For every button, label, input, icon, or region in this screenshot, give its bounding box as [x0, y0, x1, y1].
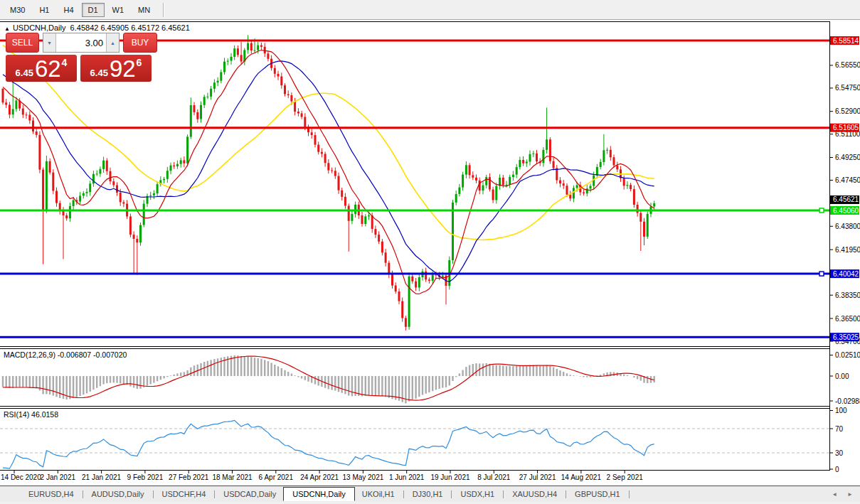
svg-text:8 Jul 2021: 8 Jul 2021: [477, 473, 511, 481]
volume-increase-button[interactable]: ▲: [106, 33, 119, 52]
tab-separator: [629, 490, 630, 498]
timeframe-mn-button[interactable]: MN: [132, 3, 156, 17]
tab-separator: [451, 490, 452, 498]
svg-text:1 Jun 2021: 1 Jun 2021: [389, 473, 425, 481]
buy-button[interactable]: BUY: [123, 33, 157, 53]
svg-text:27 Feb 2021: 27 Feb 2021: [169, 473, 209, 481]
tab-eurusd-h4[interactable]: EURUSD,H4: [21, 487, 81, 501]
triangle-marker-icon: ▲: [4, 26, 10, 32]
timeframe-h4-button[interactable]: H4: [57, 3, 80, 17]
svg-text:30: 30: [835, 449, 844, 457]
tab-separator: [83, 490, 83, 498]
svg-text:24 Apr 2021: 24 Apr 2021: [300, 473, 339, 481]
tab-dj30-h1[interactable]: DJ30,H1: [405, 487, 450, 501]
svg-text:13 May 2021: 13 May 2021: [342, 473, 383, 481]
tab-xauusd-h4[interactable]: XAUUSD,H4: [505, 487, 564, 501]
chart-tab-bar: EURUSD,H4 AUDUSD,Daily USDCHF,H4 USDCAD,…: [0, 486, 860, 502]
svg-text:6.45060: 6.45060: [833, 207, 859, 215]
arrow-down-icon: ▼: [47, 41, 52, 45]
timeframe-m30-button[interactable]: M30: [4, 3, 31, 17]
svg-text:0: 0: [835, 466, 839, 473]
sell-price-prefix: 6.45: [16, 68, 33, 78]
sell-price-digits: 62: [35, 57, 61, 81]
chart-title: ▲USDCNH,Daily 6.45842 6.45905 6.45172 6.…: [4, 23, 190, 32]
tab-usdchf-h4[interactable]: USDCHF,H4: [155, 487, 213, 501]
svg-text:6.40042: 6.40042: [833, 270, 859, 278]
tab-usdx-h1[interactable]: USDX,H1: [453, 487, 501, 501]
terminal-window: M30 H1 H4 D1 W1 MN 6.565506.547506.52900…: [0, 0, 860, 504]
one-click-trading-panel: SELL ▼ ▲ BUY 6.45 62 4 6.45 92 6: [6, 33, 159, 82]
tab-scroll-left-icon[interactable]: ◄: [832, 491, 837, 498]
svg-text:9 Feb 2021: 9 Feb 2021: [127, 473, 164, 481]
tab-audusd-daily[interactable]: AUDUSD,Daily: [85, 487, 152, 501]
tab-gbpusd-h1[interactable]: GBPUSD,H1: [568, 487, 627, 501]
svg-text:18 Mar 2021: 18 Mar 2021: [212, 473, 253, 481]
svg-text:-0.029881: -0.029881: [835, 397, 860, 405]
sell-price-button[interactable]: 6.45 62 4: [6, 55, 77, 82]
tab-separator: [214, 490, 215, 498]
buy-price-digits: 92: [110, 57, 136, 81]
tab-separator: [503, 490, 504, 498]
tab-separator: [566, 490, 566, 498]
volume-stepper: ▼ ▲: [43, 33, 120, 53]
svg-text:2 Sep 2021: 2 Sep 2021: [607, 473, 644, 481]
svg-text:6.51605: 6.51605: [833, 124, 859, 132]
svg-text:0.00: 0.00: [835, 372, 849, 380]
tab-usdcnh-daily[interactable]: USDCNH,Daily: [283, 487, 355, 501]
svg-text:6.49250: 6.49250: [835, 154, 860, 161]
arrow-up-icon: ▲: [110, 41, 115, 45]
svg-text:19 Jun 2021: 19 Jun 2021: [430, 473, 469, 481]
tab-ukoil-h1[interactable]: UKOil,H1: [355, 487, 402, 501]
sell-price-pip: 4: [62, 57, 68, 68]
svg-text:2 Jan 2021: 2 Jan 2021: [41, 473, 76, 481]
tab-separator: [403, 490, 404, 498]
toolbar-separator: [163, 3, 164, 17]
buy-price-pip: 6: [137, 57, 142, 68]
chart-symbol-label: USDCNH,Daily: [13, 23, 66, 32]
svg-text:100: 100: [835, 407, 847, 414]
timeframe-d1-button[interactable]: D1: [82, 3, 105, 17]
buy-price-button[interactable]: 6.45 92 6: [80, 55, 152, 82]
svg-text:6.43800: 6.43800: [835, 222, 860, 230]
sell-button[interactable]: SELL: [6, 33, 39, 53]
svg-text:70: 70: [835, 425, 844, 433]
timeframe-h1-button[interactable]: H1: [33, 3, 55, 17]
tab-separator: [153, 490, 154, 498]
svg-text:0.025108: 0.025108: [835, 351, 860, 359]
tab-usdcad-daily[interactable]: USDCAD,Daily: [216, 487, 283, 501]
svg-text:6.45621: 6.45621: [833, 195, 859, 203]
svg-text:6.52900: 6.52900: [835, 107, 860, 115]
svg-text:6.54750: 6.54750: [835, 84, 860, 92]
svg-text:6.35025: 6.35025: [833, 333, 859, 341]
buy-price-prefix: 6.45: [90, 68, 108, 78]
svg-text:14 Aug 2021: 14 Aug 2021: [561, 473, 602, 481]
timeframe-toolbar: M30 H1 H4 D1 W1 MN: [0, 0, 860, 20]
svg-text:6 Apr 2021: 6 Apr 2021: [259, 473, 294, 481]
svg-text:6.56550: 6.56550: [835, 61, 860, 69]
timeframe-w1-button[interactable]: W1: [106, 3, 131, 17]
svg-text:14 Dec 2020: 14 Dec 2020: [1, 473, 41, 481]
svg-text:6.41950: 6.41950: [835, 246, 860, 254]
svg-text:21 Jan 2021: 21 Jan 2021: [82, 473, 121, 481]
svg-text:6.58514: 6.58514: [833, 37, 859, 45]
tab-scroll-right-icon[interactable]: ►: [847, 491, 853, 498]
volume-decrease-button[interactable]: ▼: [43, 33, 56, 52]
volume-input[interactable]: [56, 33, 106, 52]
macd-indicator-label: MACD(12,26,9) -0.006807 -0.007020: [4, 350, 127, 359]
svg-text:6.47450: 6.47450: [835, 176, 860, 184]
svg-text:6.36500: 6.36500: [835, 315, 860, 323]
rsi-indicator-label: RSI(14) 46.0158: [4, 410, 58, 419]
svg-text:6.38350: 6.38350: [835, 291, 860, 299]
chart-ohlc-values: 6.45842 6.45905 6.45172 6.45621: [70, 23, 190, 32]
svg-text:27 Jul 2021: 27 Jul 2021: [519, 473, 556, 481]
